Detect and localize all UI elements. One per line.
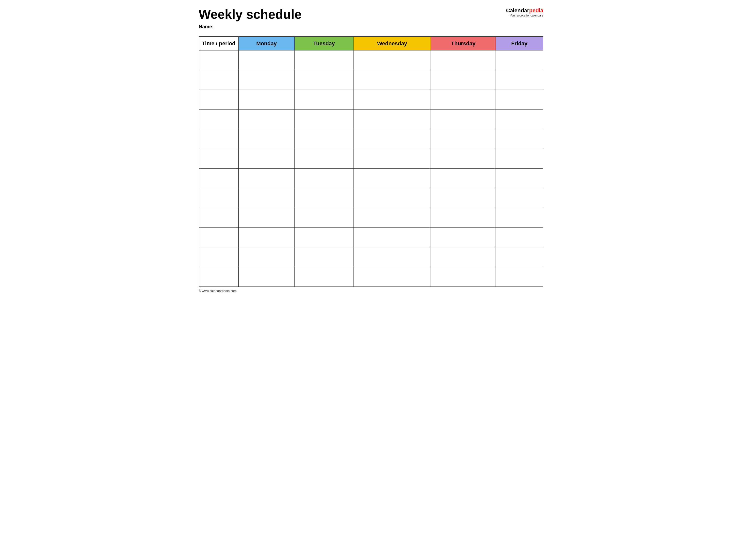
- title-section: Weekly schedule Name:: [199, 7, 302, 35]
- table-cell[interactable]: [238, 110, 295, 129]
- table-cell[interactable]: [199, 129, 238, 149]
- table-cell[interactable]: [238, 149, 295, 169]
- table-cell[interactable]: [496, 50, 543, 70]
- table-cell[interactable]: [199, 267, 238, 287]
- header-tuesday: Tuesday: [295, 37, 354, 50]
- table-cell[interactable]: [295, 50, 354, 70]
- table-cell[interactable]: [354, 149, 431, 169]
- header: Weekly schedule Name: Calendarpedia Your…: [199, 7, 543, 35]
- table-cell[interactable]: [238, 129, 295, 149]
- page-title: Weekly schedule: [199, 7, 302, 21]
- table-cell[interactable]: [496, 208, 543, 228]
- table-cell[interactable]: [431, 169, 496, 188]
- table-cell[interactable]: [431, 267, 496, 287]
- table-cell[interactable]: [354, 110, 431, 129]
- table-cell[interactable]: [431, 149, 496, 169]
- table-cell[interactable]: [238, 70, 295, 90]
- table-row: [199, 70, 543, 90]
- table-row: [199, 188, 543, 208]
- table-cell[interactable]: [496, 188, 543, 208]
- table-cell[interactable]: [496, 90, 543, 110]
- header-friday: Friday: [496, 37, 543, 50]
- table-cell[interactable]: [199, 208, 238, 228]
- header-monday: Monday: [238, 37, 295, 50]
- table-cell[interactable]: [295, 149, 354, 169]
- table-cell[interactable]: [431, 129, 496, 149]
- table-cell[interactable]: [199, 228, 238, 247]
- table-row: [199, 129, 543, 149]
- table-row: [199, 149, 543, 169]
- table-cell[interactable]: [354, 228, 431, 247]
- table-cell[interactable]: [238, 50, 295, 70]
- table-cell[interactable]: [295, 70, 354, 90]
- table-cell[interactable]: [431, 110, 496, 129]
- table-cell[interactable]: [431, 247, 496, 267]
- table-row: [199, 267, 543, 287]
- table-cell[interactable]: [295, 247, 354, 267]
- table-cell[interactable]: [431, 70, 496, 90]
- table-cell[interactable]: [199, 110, 238, 129]
- table-row: [199, 208, 543, 228]
- table-cell[interactable]: [431, 188, 496, 208]
- table-cell[interactable]: [496, 110, 543, 129]
- table-cell[interactable]: [295, 228, 354, 247]
- table-row: [199, 110, 543, 129]
- table-cell[interactable]: [199, 70, 238, 90]
- table-cell[interactable]: [199, 247, 238, 267]
- table-cell[interactable]: [295, 208, 354, 228]
- table-cell[interactable]: [354, 169, 431, 188]
- table-cell[interactable]: [354, 247, 431, 267]
- logo-text: Calendarpedia: [506, 7, 543, 14]
- table-cell[interactable]: [496, 228, 543, 247]
- table-cell[interactable]: [238, 208, 295, 228]
- footer: © www.calendarpedia.com: [199, 289, 543, 293]
- table-cell[interactable]: [238, 169, 295, 188]
- table-cell[interactable]: [496, 169, 543, 188]
- header-thursday: Thursday: [431, 37, 496, 50]
- table-row: [199, 169, 543, 188]
- header-row: Time / period Monday Tuesday Wednesday T…: [199, 37, 543, 50]
- table-cell[interactable]: [199, 188, 238, 208]
- table-cell[interactable]: [199, 50, 238, 70]
- table-row: [199, 50, 543, 70]
- table-cell[interactable]: [354, 50, 431, 70]
- table-cell[interactable]: [354, 208, 431, 228]
- table-cell[interactable]: [354, 90, 431, 110]
- table-cell[interactable]: [295, 129, 354, 149]
- table-cell[interactable]: [496, 129, 543, 149]
- table-cell[interactable]: [238, 188, 295, 208]
- table-cell[interactable]: [295, 169, 354, 188]
- logo-pedia: pedia: [529, 7, 543, 13]
- table-cell[interactable]: [238, 267, 295, 287]
- table-cell[interactable]: [496, 247, 543, 267]
- table-cell[interactable]: [354, 188, 431, 208]
- table-cell[interactable]: [496, 267, 543, 287]
- logo-calendar: Calendar: [506, 7, 529, 13]
- header-time: Time / period: [199, 37, 238, 50]
- name-label: Name:: [199, 24, 302, 30]
- table-cell[interactable]: [295, 90, 354, 110]
- table-cell[interactable]: [295, 110, 354, 129]
- table-cell[interactable]: [431, 208, 496, 228]
- logo-tagline: Your source for calendars: [506, 14, 543, 17]
- table-cell[interactable]: [496, 149, 543, 169]
- page-container: Weekly schedule Name: Calendarpedia Your…: [199, 7, 543, 293]
- table-cell[interactable]: [496, 70, 543, 90]
- table-cell[interactable]: [295, 267, 354, 287]
- table-cell[interactable]: [199, 169, 238, 188]
- table-cell[interactable]: [431, 228, 496, 247]
- table-cell[interactable]: [431, 50, 496, 70]
- schedule-table: Time / period Monday Tuesday Wednesday T…: [199, 37, 543, 287]
- table-cell[interactable]: [295, 188, 354, 208]
- table-cell[interactable]: [238, 228, 295, 247]
- table-cell[interactable]: [354, 129, 431, 149]
- table-cell[interactable]: [354, 70, 431, 90]
- table-cell[interactable]: [199, 90, 238, 110]
- logo-section: Calendarpedia Your source for calendars: [506, 7, 543, 17]
- table-row: [199, 90, 543, 110]
- table-cell[interactable]: [354, 267, 431, 287]
- table-cell[interactable]: [431, 90, 496, 110]
- table-cell[interactable]: [199, 149, 238, 169]
- table-cell[interactable]: [238, 90, 295, 110]
- table-cell[interactable]: [238, 247, 295, 267]
